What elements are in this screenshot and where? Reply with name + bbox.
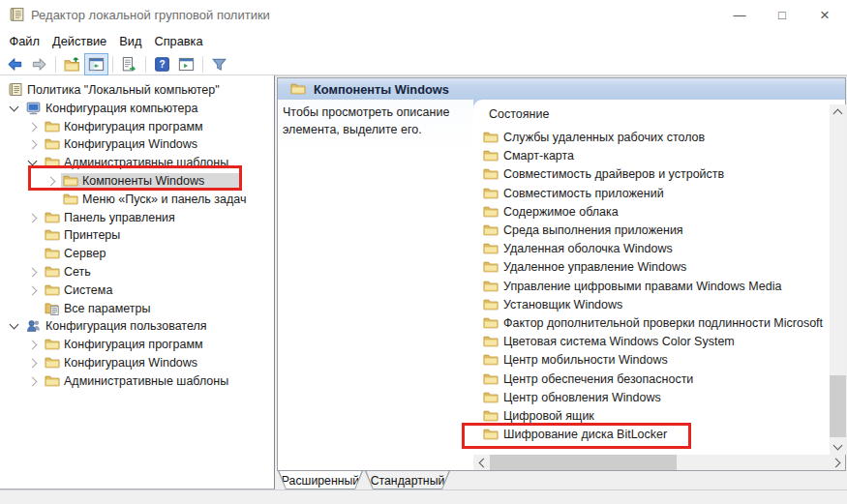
expand-chevron-icon[interactable] — [28, 213, 38, 222]
list-item[interactable]: Совместимость приложений — [473, 185, 845, 203]
close-button[interactable]: × — [803, 0, 846, 30]
tree-item[interactable]: Сервер — [0, 245, 274, 263]
collapse-chevron-icon[interactable] — [28, 157, 38, 166]
state-column-header[interactable]: Состояние — [489, 107, 549, 121]
folder-icon — [483, 204, 499, 220]
expand-chevron-icon[interactable] — [28, 359, 38, 369]
folder-icon — [45, 246, 60, 261]
tree-item[interactable]: Принтеры — [0, 226, 274, 245]
folder-icon — [45, 210, 60, 225]
tree-item[interactable]: Система — [0, 282, 274, 300]
list-item[interactable]: Цветовая система Windows Color System — [473, 333, 845, 351]
minimize-button[interactable]: — — [718, 0, 761, 30]
list-item[interactable]: Содержимое облака — [473, 203, 845, 222]
horizontal-scrollbar-thumb[interactable] — [490, 455, 677, 470]
upfolder-icon — [64, 56, 80, 73]
tree-item[interactable]: Конфигурация программ — [0, 336, 274, 354]
list-item-label: Шифрование диска BitLocker — [503, 426, 667, 444]
forward-button[interactable] — [28, 54, 50, 74]
expand-chevron-icon[interactable] — [28, 122, 38, 132]
list-item-label: Центр обеспечения безопасности — [503, 371, 693, 389]
folder-icon — [483, 186, 499, 201]
scroll-left-button[interactable] — [473, 455, 490, 470]
scroll-down-button[interactable] — [830, 439, 846, 455]
tree-item[interactable]: Конфигурация программ — [0, 118, 274, 136]
list-item[interactable]: Совместимость драйверов и устройств — [473, 165, 845, 184]
menu-item-2[interactable]: Действие — [45, 30, 112, 53]
list-item[interactable]: Центр мобильности Windows — [473, 351, 845, 370]
tab-extended[interactable]: Расширенный — [278, 471, 363, 489]
menu-bar: ФайлДействиеВидСправка — [0, 30, 847, 53]
list-item[interactable]: Управление цифровыми правами Windows Med… — [473, 278, 845, 296]
console-tree-panel: Политика "Локальный компьютер"Конфигурац… — [0, 75, 275, 489]
show-console-tree-button[interactable] — [85, 54, 107, 74]
scroll-right-button[interactable] — [829, 455, 845, 470]
list-item[interactable]: Центр обеспечения безопасности — [473, 371, 845, 389]
list-item[interactable]: Службы удаленных рабочих столов — [473, 129, 845, 147]
list-item[interactable]: Удаленная оболочка Windows — [473, 240, 845, 258]
list-item[interactable]: Смарт-карта — [473, 147, 845, 165]
list-item[interactable]: Фактор дополнительной проверки подлиннос… — [473, 314, 845, 333]
show-window-button[interactable] — [175, 54, 197, 74]
folder-icon — [483, 130, 499, 145]
list-item[interactable]: Удаленное управление Windows — [473, 258, 845, 277]
collapse-chevron-icon[interactable] — [10, 320, 19, 330]
list-item-label: Установщик Windows — [503, 296, 622, 314]
folder-icon — [45, 119, 60, 134]
title-bar[interactable]: Редактор локальной групповой политики —□… — [0, 0, 847, 30]
menu-item-3[interactable]: Вид — [113, 30, 148, 53]
tree-item[interactable]: Конфигурация компьютера — [0, 100, 274, 118]
folder-icon — [483, 222, 499, 238]
window-title: Редактор локальной групповой политики — [31, 0, 270, 30]
gpedit-window: Редактор локальной групповой политики —□… — [0, 0, 847, 504]
folder-icon — [483, 334, 499, 349]
list-item[interactable]: Установщик Windows — [473, 296, 845, 314]
tree-item[interactable]: Административные шаблоны — [0, 372, 274, 391]
tree-item[interactable]: Конфигурация Windows — [0, 354, 274, 372]
horizontal-scrollbar[interactable] — [473, 455, 845, 470]
tree-item[interactable]: Сеть — [0, 263, 274, 282]
tree-item[interactable]: Все параметры — [0, 300, 274, 318]
tree-item[interactable]: Конфигурация Windows — [0, 135, 274, 154]
expand-chevron-icon[interactable] — [28, 376, 38, 386]
list-item[interactable]: Центр обновления Windows — [473, 389, 845, 407]
list-item[interactable]: Среда выполнения приложения — [473, 222, 845, 240]
chevron-down-icon — [833, 441, 843, 451]
menu-item-1[interactable]: Файл — [3, 30, 45, 53]
tree-item[interactable]: Конфигурация пользователя — [0, 317, 274, 336]
expand-chevron-icon[interactable] — [46, 177, 56, 187]
tab-standard[interactable]: Стандартный — [365, 471, 450, 489]
tree-item[interactable]: Компоненты Windows — [0, 172, 274, 191]
folder-icon — [483, 259, 499, 275]
tree-item[interactable]: Административные шаблоны — [0, 154, 274, 172]
list-item[interactable]: Шифрование диска BitLocker — [473, 426, 845, 444]
tree-item[interactable]: Политика "Локальный компьютер" — [0, 81, 274, 100]
tree-item-label: Административные шаблоны — [64, 372, 228, 391]
expand-chevron-icon[interactable] — [28, 341, 38, 350]
export-list-button[interactable] — [118, 54, 140, 74]
maximize-button[interactable]: □ — [761, 0, 803, 30]
scroll-up-button[interactable] — [830, 104, 846, 120]
up-one-level-button[interactable] — [61, 54, 83, 74]
folder-icon — [483, 315, 499, 331]
tree-item-label: Сеть — [64, 263, 91, 282]
tree-item[interactable]: Панель управления — [0, 209, 274, 227]
collapse-chevron-icon[interactable] — [10, 102, 19, 111]
tree-item[interactable]: Меню «Пуск» и панель задач — [0, 191, 274, 209]
list-item-label: Совместимость драйверов и устройств — [503, 165, 724, 184]
settings-list-panel: Состояние Службы удаленных рабочих столо… — [473, 100, 845, 455]
toolbar — [0, 53, 847, 75]
expand-chevron-icon[interactable] — [28, 285, 38, 295]
tree-item-label: Конфигурация программ — [64, 118, 203, 136]
list-item-label: Службы удаленных рабочих столов — [503, 129, 705, 147]
list-item[interactable]: Цифровой ящик — [473, 407, 845, 426]
vertical-scrollbar-thumb[interactable] — [830, 375, 846, 437]
back-button[interactable] — [4, 54, 26, 74]
folder-icon — [45, 355, 60, 371]
vertical-scrollbar[interactable] — [830, 104, 846, 455]
help-button[interactable] — [151, 54, 173, 74]
expand-chevron-icon[interactable] — [28, 140, 38, 150]
filter-button[interactable] — [208, 54, 230, 74]
menu-item-4[interactable]: Справка — [148, 30, 209, 53]
expand-chevron-icon[interactable] — [28, 268, 38, 278]
